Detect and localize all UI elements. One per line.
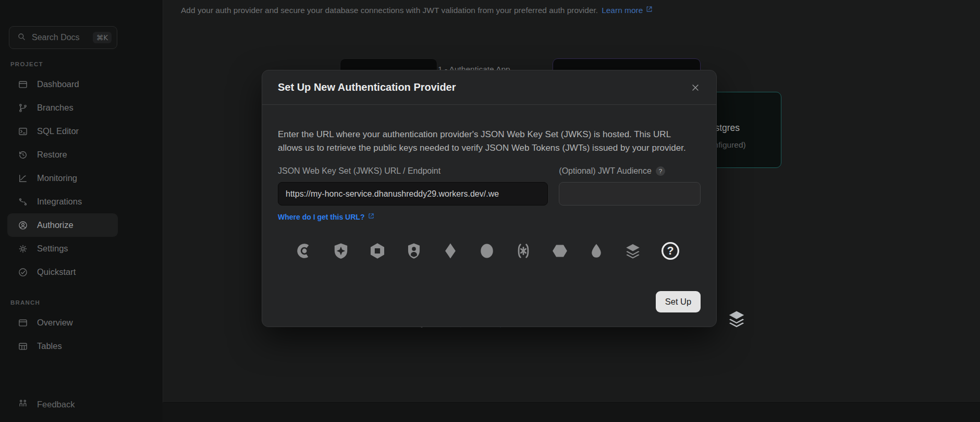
- overview-icon: [18, 318, 28, 328]
- modal-title: Set Up New Authentication Provider: [278, 81, 456, 93]
- sidebar-nav: PROJECTDashboardBranchesSQL EditorRestor…: [7, 61, 118, 358]
- dashboard-icon: [18, 79, 28, 90]
- shield-user-provider-icon[interactable]: [405, 242, 423, 260]
- diamond-provider-icon[interactable]: [442, 242, 459, 260]
- feedback-button[interactable]: Feedback: [7, 393, 118, 416]
- sidebar-item-label: Integrations: [37, 197, 82, 207]
- asterisk-brackets-provider-icon[interactable]: [514, 242, 532, 260]
- sql-editor-icon: [18, 126, 28, 137]
- restore-icon: [18, 150, 28, 160]
- sidebar-section-heading: BRANCH: [7, 299, 118, 311]
- hex-waves-provider-icon[interactable]: [551, 242, 569, 260]
- sidebar-item-label: Restore: [37, 150, 67, 160]
- provider-picker-row: S?: [296, 241, 701, 261]
- jwks-url-label: JSON Web Key Set (JWKS) URL / Endpoint: [278, 166, 548, 176]
- sidebar-item-label: Branches: [37, 103, 74, 113]
- branches-icon: [18, 103, 28, 113]
- sidebar-item-settings[interactable]: Settings: [7, 237, 118, 260]
- sidebar-item-label: Monitoring: [37, 173, 77, 183]
- app-root: Search Docs ⌘K PROJECTDashboardBranchesS…: [0, 0, 980, 422]
- modal-header: Set Up New Authentication Provider: [262, 70, 716, 105]
- sidebar-item-label: Overview: [37, 318, 73, 328]
- question-provider-icon[interactable]: ?: [660, 241, 680, 261]
- where-url-link[interactable]: Where do I get this URL?: [278, 212, 375, 221]
- settings-icon: [18, 244, 28, 254]
- tables-icon: [18, 341, 28, 352]
- sidebar-item-label: Settings: [37, 244, 68, 254]
- feedback-label: Feedback: [37, 400, 75, 409]
- search-label: Search Docs: [32, 33, 93, 42]
- integrations-icon: [18, 197, 28, 207]
- learn-more-label: Learn more: [602, 6, 643, 15]
- sidebar-item-label: Quickstart: [37, 267, 76, 277]
- quickstart-icon: [18, 267, 28, 278]
- jwt-audience-input[interactable]: [559, 182, 701, 206]
- help-icon[interactable]: ?: [656, 166, 665, 176]
- sidebar-item-restore[interactable]: Restore: [7, 143, 118, 166]
- sidebar-item-label: Tables: [37, 341, 62, 351]
- hex-cube-provider-icon[interactable]: [369, 242, 386, 260]
- page-banner: Add your auth provider and secure your d…: [181, 5, 653, 15]
- sidebar-item-quickstart[interactable]: Quickstart: [7, 260, 118, 284]
- sidebar-item-authorize[interactable]: Authorize: [7, 213, 118, 237]
- clerk-provider-icon[interactable]: [296, 242, 313, 260]
- external-link-icon: [645, 5, 653, 15]
- s-circle-provider-icon[interactable]: S: [478, 242, 496, 260]
- search-docs-button[interactable]: Search Docs ⌘K: [9, 26, 117, 49]
- where-url-label: Where do I get this URL?: [278, 213, 364, 221]
- set-up-button[interactable]: Set Up: [656, 291, 701, 312]
- layers-provider-icon: [727, 309, 746, 329]
- monitoring-icon: [18, 173, 28, 184]
- modal-body: Enter the URL where your authentication …: [262, 128, 716, 261]
- sidebar-item-label: SQL Editor: [37, 126, 79, 136]
- sidebar-section-heading: PROJECT: [7, 61, 118, 73]
- layers-provider-icon[interactable]: [624, 242, 642, 260]
- droplet-provider-icon[interactable]: [587, 242, 605, 260]
- auth-provider-modal: Set Up New Authentication Provider Enter…: [262, 70, 717, 327]
- sidebar-item-overview[interactable]: Overview: [7, 311, 118, 334]
- sidebar-item-label: Dashboard: [37, 79, 79, 89]
- modal-description: Enter the URL where your authentication …: [278, 128, 695, 155]
- feedback-icon: [18, 398, 28, 408]
- close-icon: [690, 82, 701, 93]
- search-shortcut-badge: ⌘K: [93, 32, 112, 43]
- jwks-url-input[interactable]: [278, 182, 548, 206]
- search-icon: [17, 32, 27, 42]
- external-icon: [368, 212, 375, 220]
- jwt-audience-label: (Optional) JWT Audience: [559, 166, 652, 176]
- feedback-icon: [18, 398, 28, 411]
- svg-text:?: ?: [667, 245, 673, 257]
- shield-star-provider-icon[interactable]: [332, 242, 350, 260]
- sidebar: Search Docs ⌘K PROJECTDashboardBranchesS…: [0, 0, 163, 422]
- sidebar-item-tables[interactable]: Tables: [7, 334, 118, 358]
- external-link-icon: [368, 212, 375, 221]
- close-icon[interactable]: [690, 82, 701, 93]
- search-icon: [17, 32, 27, 44]
- authorize-icon: [18, 220, 28, 231]
- external-icon: [645, 5, 653, 13]
- learn-more-link[interactable]: Learn more: [602, 5, 653, 15]
- sidebar-item-integrations[interactable]: Integrations: [7, 190, 118, 213]
- sidebar-item-branches[interactable]: Branches: [7, 96, 118, 119]
- svg-text:S: S: [484, 246, 490, 256]
- sidebar-item-monitoring[interactable]: Monitoring: [7, 166, 118, 190]
- banner-text: Add your auth provider and secure your d…: [181, 6, 598, 15]
- sidebar-item-label: Authorize: [37, 220, 74, 230]
- sidebar-item-dashboard[interactable]: Dashboard: [7, 73, 118, 96]
- sidebar-item-sql-editor[interactable]: SQL Editor: [7, 119, 118, 143]
